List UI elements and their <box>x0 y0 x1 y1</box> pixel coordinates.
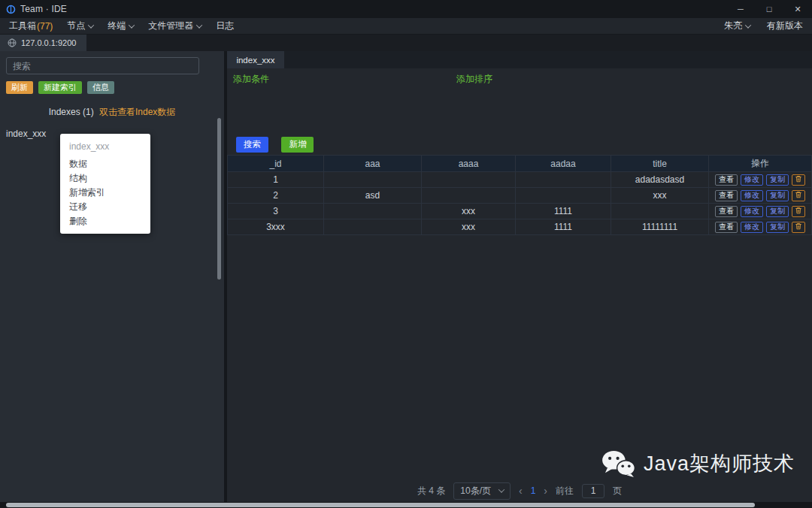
menu-terminal[interactable]: 终端 <box>108 20 134 32</box>
column-header-id[interactable]: _id <box>228 156 324 172</box>
wechat-icon <box>601 449 636 478</box>
copy-button[interactable]: 复制 <box>766 190 789 201</box>
copy-button[interactable]: 复制 <box>766 174 789 186</box>
copy-button[interactable]: 复制 <box>766 222 789 233</box>
page-number-1[interactable]: 1 <box>531 485 536 496</box>
edit-button[interactable]: 修改 <box>741 190 763 201</box>
chevron-down-icon <box>498 486 504 492</box>
menu-file-manager-label: 文件管理器 <box>148 20 193 32</box>
context-menu-item-migrate[interactable]: 迁移 <box>60 199 150 213</box>
menu-toolbox[interactable]: 工具箱(77) <box>9 20 53 32</box>
column-header-aaa[interactable]: aaa <box>324 156 422 172</box>
delete-button[interactable] <box>792 190 805 201</box>
context-menu-item-new-index[interactable]: 新增索引 <box>60 185 150 199</box>
cell-aaa: asd <box>324 188 422 204</box>
sidebar-scrollbar[interactable] <box>217 118 221 280</box>
globe-icon <box>8 38 17 47</box>
cell-aaaa <box>422 188 516 204</box>
chevron-down-icon <box>88 22 94 28</box>
menu-toolbox-label: 工具箱 <box>9 20 36 32</box>
horizontal-scrollbar[interactable] <box>0 502 812 508</box>
delete-button[interactable] <box>792 222 805 233</box>
close-button[interactable]: ✕ <box>783 0 812 18</box>
edit-button[interactable]: 修改 <box>741 206 763 217</box>
edit-button[interactable]: 修改 <box>741 174 763 186</box>
create-button[interactable]: 新增 <box>281 137 314 153</box>
chevron-down-icon <box>745 22 751 28</box>
cell-actions: 查看修改复制 <box>709 188 812 204</box>
content: 刷新 新建索引 信息 Indexes (1) 双击查看Index数据 index… <box>0 51 812 502</box>
cell-id: 3xxx <box>228 219 324 235</box>
main-panel: index_xxx 添加条件 添加排序 搜索 新增 _id aaa <box>227 51 812 502</box>
column-header-actions: 操作 <box>709 156 812 172</box>
context-menu-item-structure[interactable]: 结构 <box>60 171 150 185</box>
table-row: 3xxx xxx 1111 11111111 查看修改复制 <box>228 219 812 235</box>
minimize-button[interactable]: ─ <box>726 0 755 18</box>
toolbox-count-badge: (77) <box>37 21 53 32</box>
connection-tab[interactable]: 127.0.0.1:9200 <box>0 35 86 51</box>
column-header-aaaa[interactable]: aaaa <box>422 156 516 172</box>
cell-id: 2 <box>228 188 324 204</box>
search-input[interactable] <box>6 57 199 74</box>
add-condition-link[interactable]: 添加条件 <box>233 73 269 86</box>
table-header-row: _id aaa aaaa aadaa title 操作 <box>228 156 812 172</box>
chevron-down-icon <box>129 22 135 28</box>
menu-terminal-label: 终端 <box>108 20 126 32</box>
trash-icon <box>795 207 802 214</box>
maximize-button[interactable]: □ <box>755 0 783 18</box>
goto-label: 前往 <box>556 485 574 497</box>
view-button[interactable]: 查看 <box>715 222 738 233</box>
menu-log[interactable]: 日志 <box>216 20 234 32</box>
cell-aadaa <box>516 172 611 188</box>
prev-page-button[interactable]: ‹ <box>519 485 523 497</box>
context-menu-item-data[interactable]: 数据 <box>60 156 150 171</box>
watermark-text: Java架构师技术 <box>644 450 795 477</box>
context-menu-title: index_xxx <box>60 138 150 156</box>
pagination-total: 共 4 条 <box>417 485 445 497</box>
delete-button[interactable] <box>792 206 805 217</box>
indexes-header: Indexes (1) 双击查看Index数据 <box>0 106 224 119</box>
menu-node-label: 节点 <box>67 20 85 32</box>
view-button[interactable]: 查看 <box>715 174 738 186</box>
sidebar-button-row: 刷新 新建索引 信息 <box>6 81 224 94</box>
app-logo-icon <box>6 5 16 14</box>
copy-button[interactable]: 复制 <box>766 206 789 217</box>
menu-file-manager[interactable]: 文件管理器 <box>148 20 201 32</box>
refresh-button[interactable]: 刷新 <box>6 81 33 94</box>
menu-node[interactable]: 节点 <box>67 20 93 32</box>
goto-unit-label: 页 <box>613 485 622 497</box>
add-sort-link[interactable]: 添加排序 <box>456 73 492 86</box>
search-button[interactable]: 搜索 <box>236 137 268 153</box>
app-window: Team · IDE ─ □ ✕ 工具箱(77) 节点 终端 文件管理器 日志 … <box>0 0 812 508</box>
pagination: 共 4 条 10条/页 ‹ 1 › 前往 页 <box>227 481 812 500</box>
edit-button[interactable]: 修改 <box>741 222 763 233</box>
user-menu[interactable]: 朱亮 <box>724 20 750 32</box>
horizontal-scrollbar-thumb[interactable] <box>6 503 755 507</box>
cell-aaaa: xxx <box>422 219 516 235</box>
page-size-select[interactable]: 10条/页 <box>453 482 511 500</box>
goto-page-input[interactable] <box>582 484 604 498</box>
query-area: 添加条件 添加排序 <box>227 68 812 132</box>
indexes-count: (1) <box>83 107 94 117</box>
column-header-aadaa[interactable]: aadaa <box>516 156 611 172</box>
info-button[interactable]: 信息 <box>87 81 114 94</box>
column-header-title[interactable]: title <box>611 156 709 172</box>
new-index-button[interactable]: 新建索引 <box>38 81 82 94</box>
next-page-button[interactable]: › <box>544 485 547 497</box>
window-controls: ─ □ ✕ <box>726 0 812 18</box>
toolbar: 搜索 新增 <box>227 132 812 155</box>
view-button[interactable]: 查看 <box>715 206 738 217</box>
context-menu-item-delete[interactable]: 删除 <box>60 213 150 228</box>
view-button[interactable]: 查看 <box>715 190 738 201</box>
cell-aadaa <box>516 188 611 204</box>
titlebar: Team · IDE ─ □ ✕ <box>0 0 812 18</box>
cell-title: 11111111 <box>611 219 709 235</box>
cell-aaa <box>324 219 422 235</box>
new-version-link[interactable]: 有新版本 <box>767 20 803 32</box>
cell-aaaa: xxx <box>422 204 516 219</box>
connection-tab-strip: 127.0.0.1:9200 <box>0 35 812 51</box>
tab-index-xxx[interactable]: index_xxx <box>227 51 284 68</box>
table-row: 2 asd xxx 查看修改复制 <box>228 188 812 204</box>
delete-button[interactable] <box>792 174 805 186</box>
new-version-label: 有新版本 <box>767 20 803 32</box>
